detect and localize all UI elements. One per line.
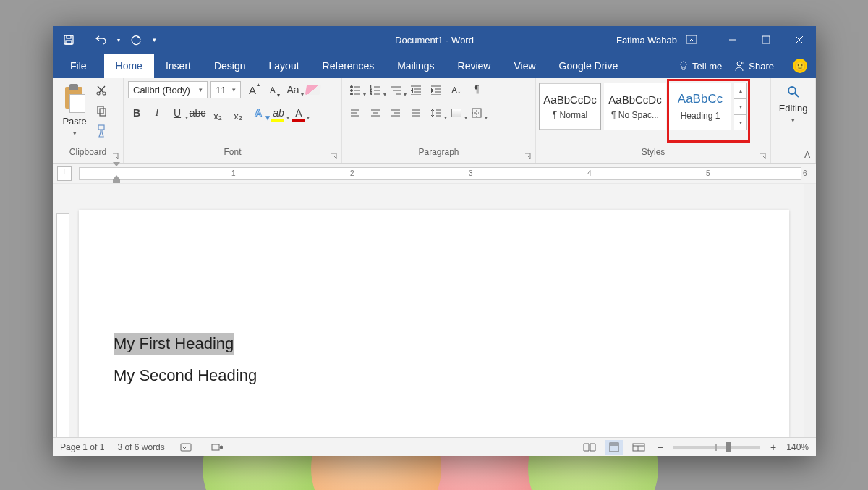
style-preview: AaBbCc	[678, 92, 723, 106]
undo-button[interactable]	[91, 30, 111, 50]
font-color-button[interactable]: A▾	[290, 104, 307, 122]
tab-insert[interactable]: Insert	[154, 54, 203, 78]
spelling-status-icon[interactable]	[178, 440, 195, 455]
tab-view[interactable]: View	[502, 54, 547, 78]
tab-review[interactable]: Review	[446, 54, 503, 78]
share-label: Share	[749, 61, 774, 72]
style-normal[interactable]: AaBbCcDc ¶ Normal	[539, 83, 601, 130]
user-name[interactable]: Fatima Wahab	[616, 35, 677, 46]
line-spacing-button[interactable]: ▾	[427, 104, 445, 122]
collapse-ribbon-button[interactable]: ᐱ	[804, 150, 810, 160]
styles-scroll-down-icon[interactable]: ▾	[734, 98, 747, 114]
shading-button[interactable]: ▾	[448, 104, 465, 122]
strikethrough-button[interactable]: abc	[189, 104, 206, 122]
feedback-smiley-icon[interactable]: 🙂	[793, 59, 807, 73]
svg-rect-13	[98, 106, 103, 114]
decrease-indent-button[interactable]	[407, 81, 425, 98]
sort-button[interactable]: A↓	[448, 81, 465, 98]
indent-marker-icon[interactable]	[113, 162, 120, 183]
bullets-button[interactable]: ▾	[346, 81, 364, 98]
document-heading-1[interactable]: My First Heading	[114, 333, 234, 355]
font-launcher-icon[interactable]	[330, 152, 339, 161]
styles-expand-icon[interactable]: ▾	[734, 114, 747, 130]
qat-customize-button[interactable]: ▾	[149, 30, 159, 50]
styles-gallery-scroll[interactable]: ▴ ▾ ▾	[734, 83, 747, 130]
style-no-spacing[interactable]: AaBbCcDc ¶ No Spac...	[604, 83, 666, 130]
tell-me-button[interactable]: Tell me	[678, 60, 722, 72]
maximize-button[interactable]	[749, 26, 783, 54]
ruler-tick: 6	[803, 169, 807, 177]
cut-button[interactable]	[93, 83, 109, 98]
read-mode-button[interactable]	[581, 440, 598, 455]
close-button[interactable]	[783, 26, 816, 54]
font-name-combo[interactable]: Calibri (Body)▾	[128, 81, 208, 98]
zoom-out-button[interactable]: −	[655, 442, 666, 453]
justify-button[interactable]	[407, 104, 425, 122]
bold-button[interactable]: B	[128, 104, 145, 122]
zoom-slider-thumb[interactable]	[726, 442, 731, 452]
word-count[interactable]: 3 of 6 words	[117, 442, 164, 452]
zoom-slider[interactable]	[673, 446, 760, 449]
tab-selector-button[interactable]	[57, 166, 72, 181]
find-icon[interactable]	[786, 84, 801, 100]
tab-design[interactable]: Design	[203, 54, 258, 78]
align-center-button[interactable]	[367, 104, 384, 122]
save-button[interactable]	[59, 30, 79, 50]
web-layout-button[interactable]	[630, 440, 647, 455]
increase-indent-button[interactable]	[427, 81, 445, 98]
numbering-button[interactable]: 123▾	[367, 81, 384, 98]
superscript-button[interactable]: x2	[229, 104, 247, 122]
style-heading-1[interactable]: AaBbCc Heading 1	[669, 83, 731, 130]
styles-scroll-up-icon[interactable]: ▴	[734, 83, 747, 98]
align-left-button[interactable]	[346, 104, 364, 122]
editing-label[interactable]: Editing	[779, 103, 808, 114]
tab-file[interactable]: File	[53, 54, 104, 78]
svg-point-61	[220, 446, 223, 449]
clear-formatting-button[interactable]	[305, 81, 322, 98]
tab-home[interactable]: Home	[104, 54, 154, 78]
paste-dropdown-icon[interactable]: ▾	[73, 130, 77, 137]
share-button[interactable]: Share	[733, 60, 774, 72]
vertical-scrollbar[interactable]	[804, 184, 816, 437]
page-indicator[interactable]: Page 1 of 1	[60, 442, 104, 452]
underline-button[interactable]: U▾	[169, 104, 186, 122]
format-painter-button[interactable]	[93, 123, 109, 139]
show-paragraph-marks-button[interactable]: ¶	[468, 81, 485, 98]
tab-references[interactable]: References	[311, 54, 386, 78]
clipboard-launcher-icon[interactable]	[111, 152, 120, 161]
tab-layout[interactable]: Layout	[258, 54, 311, 78]
horizontal-ruler[interactable]: 1 2 3 4 5 6	[79, 167, 801, 180]
svg-rect-1	[67, 35, 71, 38]
macro-recording-icon[interactable]	[208, 440, 226, 455]
grow-font-button[interactable]: A▴	[244, 81, 261, 98]
paragraph-launcher-icon[interactable]	[524, 152, 532, 161]
styles-launcher-icon[interactable]	[759, 152, 767, 161]
change-case-button[interactable]: Aa▾	[284, 81, 302, 98]
minimize-button[interactable]	[716, 26, 749, 54]
zoom-level[interactable]: 140%	[786, 442, 809, 452]
document-page[interactable]: My First Heading My Second Heading	[79, 210, 789, 437]
subscript-button[interactable]: x2	[209, 104, 226, 122]
multilevel-list-button[interactable]: ▾	[387, 81, 404, 98]
svg-point-9	[737, 62, 741, 66]
font-size-combo[interactable]: 11▾	[210, 81, 241, 98]
redo-button[interactable]	[126, 30, 146, 50]
ribbon-display-options-icon[interactable]	[683, 31, 700, 48]
paste-button[interactable]: Paste ▾	[57, 81, 92, 145]
shrink-font-button[interactable]: A▾	[264, 81, 281, 98]
align-right-button[interactable]	[387, 104, 404, 122]
vertical-ruler[interactable]	[53, 184, 73, 437]
tab-google-drive[interactable]: Google Drive	[548, 54, 630, 78]
print-layout-button[interactable]	[605, 440, 623, 455]
italic-button[interactable]: I	[148, 104, 166, 122]
zoom-in-button[interactable]: +	[767, 442, 779, 453]
copy-button[interactable]	[93, 103, 109, 119]
editing-dropdown-icon[interactable]: ▾	[791, 117, 795, 124]
undo-dropdown[interactable]: ▾	[114, 30, 123, 50]
document-heading-2[interactable]: My Second Heading	[114, 366, 789, 385]
text-effects-button[interactable]: A▾	[250, 104, 267, 122]
tab-mailings[interactable]: Mailings	[386, 54, 446, 78]
svg-rect-15	[98, 125, 104, 130]
borders-button[interactable]: ▾	[468, 104, 485, 122]
highlight-button[interactable]: ab▾	[270, 104, 287, 122]
